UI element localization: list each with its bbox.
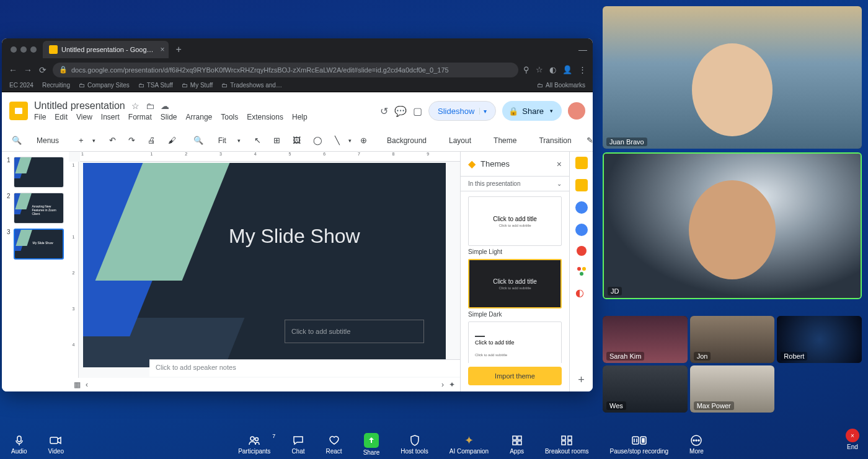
zoom-level[interactable]: Fit xyxy=(212,134,232,147)
bookmark-folder[interactable]: 🗀TSA Stuff xyxy=(138,82,173,89)
slide-canvas[interactable]: My Slide Show Click to add subtitle xyxy=(83,163,446,367)
menu-slide[interactable]: Slide xyxy=(161,113,177,121)
layout-button[interactable]: Layout xyxy=(443,134,477,147)
meet-icon[interactable]: ▢ xyxy=(413,105,422,117)
move-doc-icon[interactable]: 🗀 xyxy=(146,101,154,111)
slide-thumbnail-selected[interactable]: My Slide Show xyxy=(14,229,64,260)
chat-button[interactable]: Chat xyxy=(291,434,304,455)
search-icon[interactable]: ⚲ xyxy=(523,65,529,74)
new-slide-button[interactable]: + xyxy=(75,133,87,147)
url-input[interactable]: 🔒 docs.google.com/presentation/d/f6iH2xq… xyxy=(53,63,518,77)
comment-add-icon[interactable]: ⊕ xyxy=(356,133,371,147)
breakout-rooms-button[interactable]: Breakout rooms xyxy=(545,434,589,455)
video-tile[interactable]: Max Power xyxy=(690,365,775,413)
slide-title-text[interactable]: My Slide Show xyxy=(229,225,360,248)
back-icon[interactable]: ← xyxy=(8,65,18,75)
cloud-status-icon[interactable]: ☁ xyxy=(161,101,169,111)
menu-format[interactable]: Format xyxy=(128,113,152,121)
addon2-icon[interactable]: ◐ xyxy=(575,287,588,299)
transition-button[interactable]: Transition xyxy=(533,134,577,147)
bookmark-folder[interactable]: 🗀Tradeshows and… xyxy=(221,82,282,89)
paint-icon[interactable]: 🖌 xyxy=(164,133,180,147)
video-tile[interactable]: Wes xyxy=(603,365,688,413)
slide-subtitle-placeholder[interactable]: Click to add subtitle xyxy=(285,320,424,343)
video-button[interactable]: Video xyxy=(48,434,64,455)
host-tools-button[interactable]: Host tools xyxy=(401,434,428,455)
kebab-icon[interactable]: ⋮ xyxy=(578,65,587,74)
bookmark-folder[interactable]: 🗀My Stuff xyxy=(182,82,213,89)
window-controls[interactable] xyxy=(11,46,37,53)
addon-icon[interactable] xyxy=(576,266,587,277)
tasks-icon[interactable] xyxy=(575,201,588,214)
image-icon[interactable]: 🖼 xyxy=(289,133,304,147)
menu-extensions[interactable]: Extensions xyxy=(247,113,283,121)
slideshow-button[interactable]: Slideshow▾ xyxy=(428,101,496,121)
undo-icon[interactable]: ↶ xyxy=(105,133,120,147)
menu-view[interactable]: View xyxy=(76,113,92,121)
more-button[interactable]: More xyxy=(689,434,704,455)
video-tile[interactable]: Juan Bravo xyxy=(603,6,862,149)
zoom-icon[interactable]: 🔍 xyxy=(190,133,207,147)
chevron-down-icon[interactable]: ▾ xyxy=(237,138,241,144)
chevron-down-icon[interactable]: ▾ xyxy=(92,138,95,144)
video-tile-active[interactable]: JD xyxy=(603,152,862,299)
star-doc-icon[interactable]: ☆ xyxy=(131,101,140,111)
star-icon[interactable]: ☆ xyxy=(536,65,543,74)
import-theme-button[interactable]: Import theme xyxy=(468,367,562,385)
slide-thumbnail[interactable]: Amazing New Features in Zoom Client xyxy=(14,193,64,224)
maps-icon[interactable] xyxy=(577,246,587,256)
menu-insert[interactable]: Insert xyxy=(101,113,120,121)
forward-icon[interactable]: → xyxy=(23,65,33,75)
history-icon[interactable]: ↺ xyxy=(380,105,388,117)
background-button[interactable]: Background xyxy=(381,134,433,147)
browser-tab[interactable]: Untitled presentation - Goog… × xyxy=(43,41,169,58)
participants-button[interactable]: Participants 7 xyxy=(238,434,270,455)
share-screen-button[interactable]: Share xyxy=(363,433,380,456)
bookmark-item[interactable]: Recruiting xyxy=(42,82,70,89)
bookmark-folder[interactable]: 🗀Company Sites xyxy=(79,82,130,89)
ai-companion-button[interactable]: ✦ AI Companion xyxy=(450,434,489,455)
theme-option[interactable]: Click to add titleClick to add subtitle … xyxy=(468,321,562,363)
chevron-down-icon[interactable]: ▾ xyxy=(348,138,352,144)
keep-icon[interactable] xyxy=(575,179,588,191)
menu-tools[interactable]: Tools xyxy=(221,113,238,121)
calendar-icon[interactable] xyxy=(575,157,588,169)
end-meeting-button[interactable]: × End xyxy=(846,429,859,450)
menu-edit[interactable]: Edit xyxy=(55,113,68,121)
line-icon[interactable]: ╲ xyxy=(331,133,343,147)
menu-help[interactable]: Help xyxy=(292,113,308,121)
explore-icon[interactable]: ✦ xyxy=(449,380,455,389)
theme-option[interactable]: Click to add titleClick to add subtitle … xyxy=(468,196,562,255)
comment-icon[interactable]: 💬 xyxy=(394,105,407,117)
apps-button[interactable]: Apps xyxy=(510,434,524,455)
themes-section[interactable]: In this presentation⌄ xyxy=(461,176,569,191)
close-tab-icon[interactable]: × xyxy=(161,45,165,54)
contacts-icon[interactable] xyxy=(575,224,588,236)
add-addon-icon[interactable]: + xyxy=(578,374,585,387)
minimize-icon[interactable]: — xyxy=(578,45,588,55)
next-slide-icon[interactable]: › xyxy=(441,380,444,389)
react-button[interactable]: React xyxy=(326,434,342,455)
video-tile[interactable]: Jon xyxy=(690,316,775,363)
slide-thumbnail[interactable] xyxy=(14,157,64,188)
grid-view-icon[interactable]: ▦ xyxy=(74,380,81,389)
video-tile[interactable]: Sarah Kim xyxy=(603,316,688,363)
document-title[interactable]: Untitled presentation xyxy=(34,100,125,111)
new-tab-button[interactable]: + xyxy=(170,44,188,55)
reload-icon[interactable]: ⟳ xyxy=(38,65,48,75)
video-tile[interactable]: Robert xyxy=(777,316,862,363)
all-bookmarks[interactable]: 🗀All Bookmarks xyxy=(537,82,585,89)
shape-icon[interactable]: ◯ xyxy=(309,133,326,147)
profile-icon[interactable]: 👤 xyxy=(562,65,572,74)
slides-logo-icon[interactable] xyxy=(9,102,28,120)
prev-slide-icon[interactable]: ‹ xyxy=(86,380,88,389)
theme-button[interactable]: Theme xyxy=(487,134,523,147)
user-avatar[interactable] xyxy=(568,102,585,120)
audio-button[interactable]: Audio xyxy=(11,434,27,455)
speaker-notes[interactable]: Click to add speaker notes xyxy=(149,359,460,377)
record-button[interactable]: Pause/stop recording xyxy=(610,434,669,455)
share-button[interactable]: 🔒Share▾ xyxy=(502,101,562,121)
theme-option[interactable]: Click to add titleClick to add subtitle … xyxy=(468,259,562,318)
pen-icon[interactable]: ✎▾ xyxy=(583,133,593,147)
menu-arrange[interactable]: Arrange xyxy=(186,113,213,121)
